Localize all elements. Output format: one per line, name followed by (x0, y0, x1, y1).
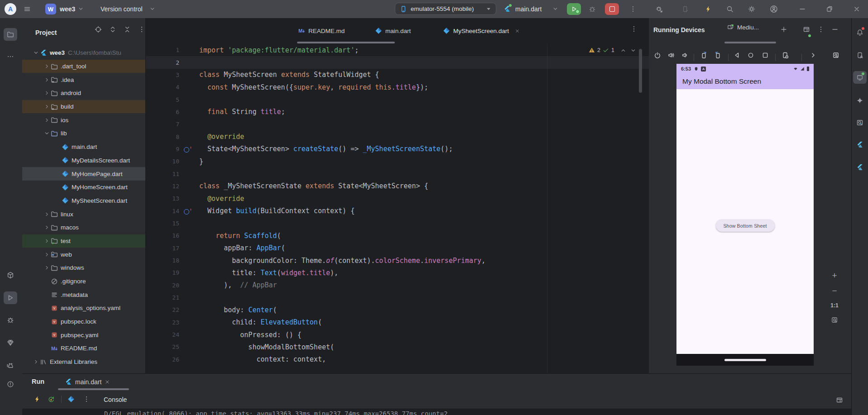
close-tab-icon[interactable] (515, 29, 520, 33)
tool-strip-flutter-outline-button[interactable] (853, 161, 867, 174)
tree-item-ios[interactable]: ios (22, 113, 146, 127)
tree-item-macos[interactable]: macos (22, 221, 146, 234)
tree-item-analysis-options-yaml[interactable]: Yanalysis_options.yaml (22, 301, 146, 315)
main-menu-icon[interactable] (24, 5, 31, 13)
tree-item--metadata[interactable]: .metadata (22, 288, 146, 301)
stop-button[interactable] (605, 3, 619, 15)
tree-chevron-icon[interactable] (43, 63, 51, 69)
dart-devtools-icon[interactable] (67, 396, 75, 403)
hide-panel-icon[interactable] (831, 26, 839, 33)
device-mirror-icon[interactable] (681, 5, 689, 13)
minimize-icon[interactable] (799, 5, 806, 13)
vcs-widget[interactable]: Version control (101, 0, 143, 18)
hot-restart-icon[interactable] (48, 396, 55, 403)
tool-strip-device-manager-button[interactable] (853, 49, 867, 62)
close-window-icon[interactable] (853, 5, 860, 13)
zoom-in-button[interactable]: + (829, 270, 840, 281)
tree-item-test[interactable]: test (22, 234, 146, 248)
screenshot-frame-button[interactable] (829, 315, 840, 325)
tree-chevron-icon[interactable] (43, 265, 51, 271)
screenshot-button[interactable] (832, 52, 839, 59)
tool-strip-flutter-performance-button[interactable] (853, 138, 867, 151)
tree-item-external-libraries[interactable]: External Libraries (22, 355, 146, 369)
layout-settings-icon[interactable] (836, 396, 843, 404)
tree-item-readme-md[interactable]: MREADME.md (22, 342, 146, 355)
debug-button-icon[interactable] (589, 5, 596, 13)
editor-scrollbar[interactable] (639, 49, 642, 93)
tree-item-linux[interactable]: linux (22, 207, 146, 221)
tool-strip-logcat-button[interactable] (4, 359, 17, 372)
tree-item-android[interactable]: android (22, 86, 146, 100)
emulator-screen[interactable]: 6:53 A My Modal Bottom Screen Show Botto… (676, 64, 814, 366)
tree-item-web[interactable]: web (22, 248, 146, 261)
tree-item-pubspec-lock[interactable]: Ypubspec.lock (22, 315, 146, 329)
tree-chevron-icon[interactable] (43, 224, 51, 230)
zoom-reset-button[interactable]: 1:1 (829, 300, 840, 311)
search-everywhere-icon[interactable] (726, 5, 734, 13)
tree-item-mydetailsscreen-dart[interactable]: MyDetailsScreen.dart (22, 154, 146, 167)
tool-strip-flutter-inspector-button[interactable] (853, 116, 867, 129)
run-config-name[interactable]: main.dart (515, 0, 542, 18)
tree-chevron-icon[interactable] (43, 238, 51, 244)
nav-back-button[interactable] (734, 52, 741, 59)
restore-window-icon[interactable] (826, 5, 833, 13)
tree-chevron-icon[interactable] (43, 104, 51, 110)
tool-strip-pub-package-button[interactable] (4, 269, 17, 281)
settings-gear-icon[interactable] (748, 5, 755, 13)
tree-item-mysheetscreen-dart[interactable]: MySheetScreen.dart (22, 194, 146, 208)
tree-item-myhomepage-dart[interactable]: MyHomePage.dart (22, 167, 146, 181)
code-editor[interactable]: 1import 'package:flutter/material.dart';… (146, 44, 649, 366)
tree-chevron-icon[interactable] (43, 130, 51, 136)
tree-item-build[interactable]: build (22, 100, 146, 114)
tool-strip-more-tools-button[interactable] (4, 50, 17, 63)
console-tab[interactable]: Console (104, 396, 127, 403)
show-bottom-sheet-button[interactable]: Show Bottom Sheet (716, 219, 775, 232)
console-output[interactable]: D/EGL_emulation( 8066): app_time_stats: … (22, 409, 851, 415)
tree-chevron-icon[interactable] (32, 50, 40, 56)
expand-all-icon[interactable] (109, 26, 116, 33)
attach-debugger-icon[interactable] (656, 5, 663, 13)
editor-tab-mysheetscreen-dart[interactable]: MySheetScreen.dart (443, 18, 520, 43)
tool-strip-debug-button[interactable] (4, 314, 17, 326)
volume-up-button[interactable] (667, 52, 675, 59)
run-button[interactable] (567, 3, 581, 15)
tool-strip-project-button[interactable] (4, 28, 17, 41)
nav-home-button[interactable] (747, 52, 754, 59)
project-name[interactable]: wee3 (60, 0, 75, 18)
panel-options-icon[interactable] (817, 26, 825, 33)
tree-item--idea[interactable]: .idea (22, 73, 146, 86)
more-button[interactable] (810, 52, 817, 59)
volume-down-button[interactable] (681, 52, 688, 59)
zoom-out-button[interactable]: − (829, 286, 840, 296)
tree-item--dart-tool[interactable]: .dart_tool (22, 60, 146, 73)
hot-reload-icon[interactable] (34, 396, 41, 403)
tree-chevron-icon[interactable] (32, 359, 40, 365)
tree-item-main-dart[interactable]: main.dart (22, 140, 146, 154)
device-settings-button[interactable] (782, 52, 789, 59)
editor-options-icon[interactable] (630, 25, 638, 33)
select-opened-file-icon[interactable] (95, 26, 102, 33)
tree-chevron-icon[interactable] (43, 252, 51, 258)
tree-item-wee3[interactable]: wee3C:\Users\fomba\Stu (22, 46, 146, 60)
close-tab-icon[interactable] (105, 379, 110, 385)
hot-reload-bolt-icon[interactable] (705, 5, 712, 13)
tool-strip-gemini-button[interactable] (853, 94, 867, 107)
tool-strip-run-button[interactable] (4, 291, 17, 304)
override-gutter-icon[interactable] (184, 209, 189, 215)
editor-tab-main-dart[interactable]: main.dart (375, 18, 411, 43)
tree-chevron-icon[interactable] (43, 90, 51, 96)
more-options-icon[interactable] (83, 396, 90, 403)
power-button[interactable] (654, 52, 661, 59)
profile-icon[interactable] (770, 5, 778, 13)
tool-strip-problems-button[interactable] (4, 378, 17, 391)
rotate-left-button[interactable] (700, 52, 707, 59)
tool-strip-notifications-button[interactable] (853, 26, 867, 39)
layout-mode-icon[interactable] (803, 26, 810, 33)
rotate-right-button[interactable] (715, 52, 722, 59)
device-tab[interactable]: Mediu... (727, 24, 759, 31)
nav-overview-button[interactable] (762, 52, 769, 59)
tree-chevron-icon[interactable] (43, 77, 51, 83)
more-actions-icon[interactable] (629, 5, 637, 13)
tree-item-lib[interactable]: lib (22, 127, 146, 140)
editor-area[interactable]: MREADME.mdmain.dartMySheetScreen.dart 2 … (146, 18, 649, 373)
